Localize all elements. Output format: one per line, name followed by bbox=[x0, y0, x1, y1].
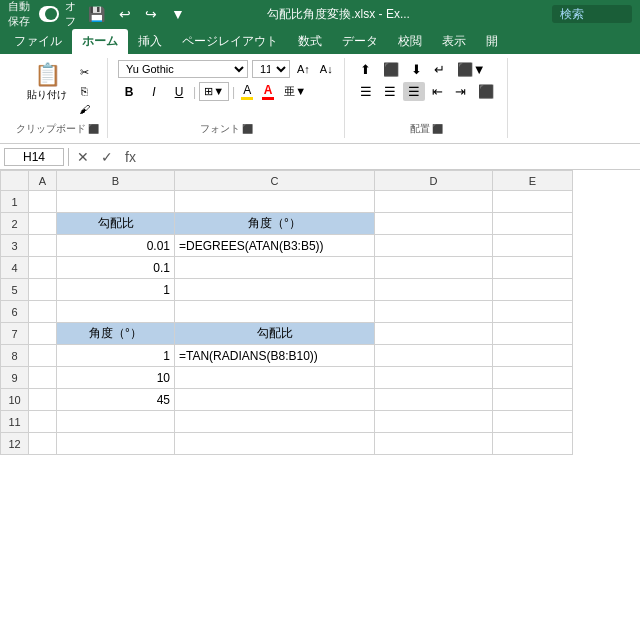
italic-button[interactable]: I bbox=[143, 83, 165, 101]
bold-button[interactable]: B bbox=[118, 83, 140, 101]
cell-d2[interactable] bbox=[375, 213, 493, 235]
decrease-indent-button[interactable]: ⇤ bbox=[427, 82, 448, 101]
save-button[interactable]: 💾 bbox=[84, 4, 109, 24]
cell-b5[interactable]: 1 bbox=[57, 279, 175, 301]
cell-c2[interactable]: 角度（°） bbox=[175, 213, 375, 235]
align-expand-icon[interactable]: ⬛ bbox=[432, 124, 443, 134]
cell-a8[interactable] bbox=[29, 345, 57, 367]
font-size-decrease-button[interactable]: A↓ bbox=[317, 61, 336, 77]
cell-e12[interactable] bbox=[493, 433, 573, 455]
format-dropdown-button[interactable]: 亜▼ bbox=[280, 82, 310, 101]
font-size-increase-button[interactable]: A↑ bbox=[294, 61, 313, 77]
row-header-5[interactable]: 5 bbox=[1, 279, 29, 301]
cell-a3[interactable] bbox=[29, 235, 57, 257]
row-header-6[interactable]: 6 bbox=[1, 301, 29, 323]
cell-c3[interactable]: =DEGREES(ATAN(B3:B5)) bbox=[175, 235, 375, 257]
align-left-button[interactable]: ☰ bbox=[355, 82, 377, 101]
cell-d10[interactable] bbox=[375, 389, 493, 411]
cell-b9[interactable]: 10 bbox=[57, 367, 175, 389]
confirm-formula-button[interactable]: ✓ bbox=[97, 148, 117, 166]
row-header-12[interactable]: 12 bbox=[1, 433, 29, 455]
row-header-4[interactable]: 4 bbox=[1, 257, 29, 279]
cell-a11[interactable] bbox=[29, 411, 57, 433]
cut-button[interactable]: ✂ bbox=[75, 64, 94, 81]
cell-a1[interactable] bbox=[29, 191, 57, 213]
cell-d1[interactable] bbox=[375, 191, 493, 213]
cell-d7[interactable] bbox=[375, 323, 493, 345]
tab-home[interactable]: ホーム bbox=[72, 29, 128, 54]
cell-c1[interactable] bbox=[175, 191, 375, 213]
align-extra-button[interactable]: ⬛ bbox=[473, 82, 499, 101]
formula-input[interactable] bbox=[144, 149, 636, 165]
align-bottom-button[interactable]: ⬇ bbox=[406, 60, 427, 79]
row-header-10[interactable]: 10 bbox=[1, 389, 29, 411]
tab-page-layout[interactable]: ページレイアウト bbox=[172, 29, 288, 54]
wrap-text-button[interactable]: ↵ bbox=[429, 60, 450, 79]
row-header-3[interactable]: 3 bbox=[1, 235, 29, 257]
tab-formulas[interactable]: 数式 bbox=[288, 29, 332, 54]
row-header-11[interactable]: 11 bbox=[1, 411, 29, 433]
increase-indent-button[interactable]: ⇥ bbox=[450, 82, 471, 101]
align-top-button[interactable]: ⬆ bbox=[355, 60, 376, 79]
tab-review[interactable]: 校閲 bbox=[388, 29, 432, 54]
underline-button[interactable]: U bbox=[168, 83, 190, 101]
customize-qat-button[interactable]: ▼ bbox=[167, 4, 189, 24]
cell-e8[interactable] bbox=[493, 345, 573, 367]
cell-d11[interactable] bbox=[375, 411, 493, 433]
cell-b6[interactable] bbox=[57, 301, 175, 323]
align-center-button[interactable]: ☰ bbox=[379, 82, 401, 101]
cell-d5[interactable] bbox=[375, 279, 493, 301]
align-middle-button[interactable]: ⬛ bbox=[378, 60, 404, 79]
borders-button[interactable]: ⊞▼ bbox=[199, 82, 229, 101]
cell-d3[interactable] bbox=[375, 235, 493, 257]
cell-b11[interactable] bbox=[57, 411, 175, 433]
cell-a9[interactable] bbox=[29, 367, 57, 389]
cell-c9[interactable] bbox=[175, 367, 375, 389]
cell-e2[interactable] bbox=[493, 213, 573, 235]
row-header-8[interactable]: 8 bbox=[1, 345, 29, 367]
autosave-toggle[interactable] bbox=[39, 6, 59, 22]
cell-c5[interactable] bbox=[175, 279, 375, 301]
copy-button[interactable]: ⎘ bbox=[75, 83, 94, 99]
cell-d9[interactable] bbox=[375, 367, 493, 389]
tab-open[interactable]: 開 bbox=[476, 29, 508, 54]
redo-button[interactable]: ↪ bbox=[141, 4, 161, 24]
tab-file[interactable]: ファイル bbox=[4, 29, 72, 54]
cell-c4[interactable] bbox=[175, 257, 375, 279]
cell-c6[interactable] bbox=[175, 301, 375, 323]
cell-e3[interactable] bbox=[493, 235, 573, 257]
cell-a7[interactable] bbox=[29, 323, 57, 345]
cell-c7[interactable]: 勾配比 bbox=[175, 323, 375, 345]
cell-a12[interactable] bbox=[29, 433, 57, 455]
cell-b10[interactable]: 45 bbox=[57, 389, 175, 411]
row-header-2[interactable]: 2 bbox=[1, 213, 29, 235]
cell-c11[interactable] bbox=[175, 411, 375, 433]
cell-c10[interactable] bbox=[175, 389, 375, 411]
cell-b7[interactable]: 角度（°） bbox=[57, 323, 175, 345]
tab-data[interactable]: データ bbox=[332, 29, 388, 54]
undo-button[interactable]: ↩ bbox=[115, 4, 135, 24]
row-header-9[interactable]: 9 bbox=[1, 367, 29, 389]
row-header-1[interactable]: 1 bbox=[1, 191, 29, 213]
cell-e4[interactable] bbox=[493, 257, 573, 279]
cell-e7[interactable] bbox=[493, 323, 573, 345]
cell-e1[interactable] bbox=[493, 191, 573, 213]
cell-b3[interactable]: 0.01 bbox=[57, 235, 175, 257]
cell-e9[interactable] bbox=[493, 367, 573, 389]
format-painter-button[interactable]: 🖌 bbox=[75, 101, 94, 117]
merge-button[interactable]: ⬛▼ bbox=[452, 60, 491, 79]
cell-c12[interactable] bbox=[175, 433, 375, 455]
font-color-button[interactable]: A bbox=[259, 81, 277, 102]
tab-view[interactable]: 表示 bbox=[432, 29, 476, 54]
cell-c8[interactable]: =TAN(RADIANS(B8:B10)) bbox=[175, 345, 375, 367]
cell-a2[interactable] bbox=[29, 213, 57, 235]
cell-d8[interactable] bbox=[375, 345, 493, 367]
font-expand-icon[interactable]: ⬛ bbox=[242, 124, 253, 134]
clipboard-expand-icon[interactable]: ⬛ bbox=[88, 124, 99, 134]
cell-d6[interactable] bbox=[375, 301, 493, 323]
col-header-e[interactable]: E bbox=[493, 171, 573, 191]
col-header-d[interactable]: D bbox=[375, 171, 493, 191]
cell-a4[interactable] bbox=[29, 257, 57, 279]
cell-d12[interactable] bbox=[375, 433, 493, 455]
col-header-b[interactable]: B bbox=[57, 171, 175, 191]
